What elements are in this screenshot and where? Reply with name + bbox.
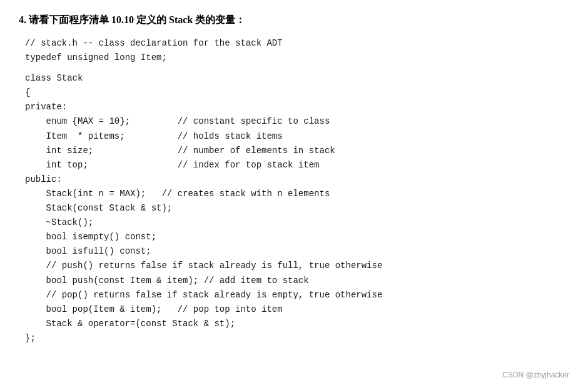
code-line: enum {MAX = 10}; // constant specific to… (25, 114, 569, 129)
code-line: Item * pitems; // holds stack items (25, 129, 569, 144)
code-line: bool push(const Item & item); // add ite… (25, 274, 569, 288)
code-line: public: (25, 172, 569, 187)
code-line: // pop() returns false if stack already … (25, 288, 569, 302)
watermark: CSDN @zhyjhacker (502, 371, 569, 379)
code-line: Stack & operator=(const Stack & st); (25, 317, 569, 331)
code-line: int top; // index for top stack item (25, 158, 569, 172)
question-title: 请看下面程序清单 10.10 定义的 Stack 类的变量： (29, 14, 245, 25)
code-line: }; (25, 331, 569, 346)
code-line (25, 65, 569, 71)
code-line: bool isempty() const; (25, 230, 569, 244)
code-line: // stack.h -- class declaration for the … (25, 36, 569, 51)
question-number: 4. (19, 14, 26, 25)
code-line: typedef unsigned long Item; (25, 51, 569, 65)
code-line: class Stack (25, 71, 569, 86)
question-header: 4. 请看下面程序清单 10.10 定义的 Stack 类的变量： (19, 12, 569, 27)
code-line: bool pop(Item & item); // pop top into i… (25, 302, 569, 317)
code-block: // stack.h -- class declaration for the … (19, 36, 569, 346)
code-line: { (25, 86, 569, 100)
code-line: bool isfull() const; (25, 244, 569, 259)
code-line: ~Stack(); (25, 216, 569, 230)
code-line: Stack(int n = MAX); // creates stack wit… (25, 187, 569, 201)
code-line: private: (25, 100, 569, 114)
code-line: Stack(const Stack & st); (25, 201, 569, 216)
code-line: // push() returns false if stack already… (25, 259, 569, 273)
code-line: int size; // number of elements in stack (25, 144, 569, 158)
